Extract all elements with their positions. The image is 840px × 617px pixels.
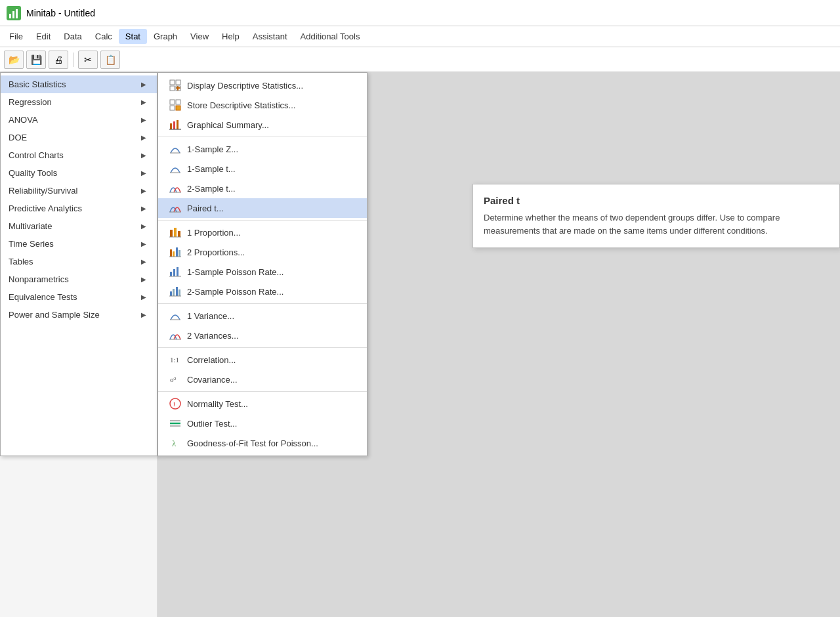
cut-button[interactable]: ✂ xyxy=(78,51,98,69)
svg-rect-36 xyxy=(173,289,175,296)
svg-point-44 xyxy=(170,398,180,409)
submenu-paired-t[interactable]: Paired t... xyxy=(158,198,367,218)
covariance-icon: σ² xyxy=(169,373,182,386)
stat-menu-control-charts[interactable]: Control Charts ▶ xyxy=(1,146,157,164)
svg-rect-1 xyxy=(9,14,11,18)
arrow-icon: ▶ xyxy=(141,116,146,123)
submenu-correlation[interactable]: 1:1 Correlation... xyxy=(158,350,367,370)
2-proportions-icon xyxy=(169,245,182,259)
submenu-display-descriptive[interactable]: Display Descriptive Statistics... xyxy=(158,75,367,95)
basic-statistics-submenu: Display Descriptive Statistics... Store … xyxy=(158,72,368,456)
menu-help[interactable]: Help xyxy=(215,29,246,44)
submenu-outlier-test[interactable]: Outlier Test... xyxy=(158,414,367,433)
menu-file[interactable]: File xyxy=(3,29,30,44)
toolbar-separator xyxy=(73,53,74,67)
print-button[interactable]: 🖨 xyxy=(49,51,68,69)
1-sample-t-icon xyxy=(169,162,182,175)
menu-assistant[interactable]: Assistant xyxy=(246,29,294,44)
normality-test-icon: ! xyxy=(169,397,182,410)
stat-menu-predictive-analytics[interactable]: Predictive Analytics ▶ xyxy=(1,200,157,217)
submenu-separator xyxy=(158,137,367,137)
submenu-1-variance[interactable]: 1 Variance... xyxy=(158,306,367,326)
stat-menu-multivariate[interactable]: Multivariate ▶ xyxy=(1,217,157,235)
submenu-store-descriptive[interactable]: Store Descriptive Statistics... xyxy=(158,95,367,115)
tooltip-title: Paired t xyxy=(484,195,829,206)
paste-button[interactable]: 📋 xyxy=(100,51,120,69)
stat-menu-quality-tools[interactable]: Quality Tools ▶ xyxy=(1,164,157,182)
stat-menu-equivalence-tests[interactable]: Equivalence Tests ▶ xyxy=(1,288,157,306)
svg-rect-23 xyxy=(174,228,177,237)
submenu-graphical-summary[interactable]: Graphical Summary... xyxy=(158,115,367,135)
arrow-icon: ▶ xyxy=(141,134,146,141)
stat-menu-anova[interactable]: ANOVA ▶ xyxy=(1,111,157,129)
submenu-2-sample-poisson[interactable]: 2-Sample Poisson Rate... xyxy=(158,282,367,301)
paired-t-icon xyxy=(169,202,182,215)
svg-rect-33 xyxy=(177,267,178,276)
svg-text:1:1: 1:1 xyxy=(170,356,179,364)
app-logo xyxy=(7,6,21,20)
stat-menu-nonparametrics[interactable]: Nonparametrics ▶ xyxy=(1,270,157,288)
submenu-separator-5 xyxy=(158,391,367,392)
arrow-icon: ▶ xyxy=(141,205,146,212)
arrow-icon: ▶ xyxy=(141,81,146,88)
arrow-icon: ▶ xyxy=(141,293,146,301)
title-bar-text: Minitab - Untitled xyxy=(26,8,95,18)
submenu-normality-test[interactable]: ! Normality Test... xyxy=(158,394,367,414)
submenu-1-sample-t[interactable]: 1-Sample t... xyxy=(158,159,367,179)
correlation-icon: 1:1 xyxy=(169,353,182,366)
menu-view[interactable]: View xyxy=(184,29,215,44)
submenu-2-variances[interactable]: 2 Variances... xyxy=(158,326,367,345)
submenu-1-proportion[interactable]: 1 Proportion... xyxy=(158,223,367,242)
submenu-goodness-of-fit[interactable]: λ Goodness-of-Fit Test for Poisson... xyxy=(158,433,367,453)
menu-stat[interactable]: Stat xyxy=(119,29,147,44)
tooltip-popup: Paired t Determine whether the means of … xyxy=(472,184,840,248)
menu-graph[interactable]: Graph xyxy=(147,29,184,44)
svg-text:!: ! xyxy=(173,401,175,408)
menu-calc[interactable]: Calc xyxy=(89,29,119,44)
stat-menu-tables[interactable]: Tables ▶ xyxy=(1,253,157,270)
stat-menu-reliability-survival[interactable]: Reliability/Survival ▶ xyxy=(1,182,157,200)
menu-edit[interactable]: Edit xyxy=(30,29,57,44)
svg-rect-4 xyxy=(170,80,175,85)
svg-text:σ²: σ² xyxy=(170,375,177,383)
tooltip-text: Determine whether the means of two depen… xyxy=(484,211,829,237)
submenu-2-sample-t[interactable]: 2-Sample t... xyxy=(158,179,367,198)
arrow-icon: ▶ xyxy=(141,223,146,230)
stat-menu-doe[interactable]: DOE ▶ xyxy=(1,129,157,146)
stat-menu-power-sample-size[interactable]: Power and Sample Size ▶ xyxy=(1,306,157,324)
2-sample-poisson-icon xyxy=(169,285,182,298)
arrow-icon: ▶ xyxy=(141,98,146,106)
stat-menu-regression[interactable]: Regression ▶ xyxy=(1,93,157,111)
svg-rect-35 xyxy=(170,291,172,296)
arrow-icon: ▶ xyxy=(141,187,146,194)
svg-rect-13 xyxy=(176,106,180,110)
arrow-icon: ▶ xyxy=(141,240,146,247)
svg-rect-26 xyxy=(170,249,172,257)
submenu-2-proportions[interactable]: 2 Proportions... xyxy=(158,242,367,262)
stat-menu: Basic Statistics ▶ Regression ▶ ANOVA ▶ … xyxy=(0,72,158,456)
stat-menu-basic-statistics[interactable]: Basic Statistics ▶ xyxy=(1,75,157,93)
svg-rect-15 xyxy=(173,121,175,129)
submenu-covariance[interactable]: σ² Covariance... xyxy=(158,370,367,389)
menu-bar: File Edit Data Calc Stat Graph View Help… xyxy=(0,26,840,47)
submenu-separator-3 xyxy=(158,303,367,304)
svg-rect-5 xyxy=(176,80,180,85)
arrow-icon: ▶ xyxy=(141,258,146,265)
arrow-icon: ▶ xyxy=(141,311,146,318)
arrow-icon: ▶ xyxy=(141,169,146,177)
stat-menu-time-series[interactable]: Time Series ▶ xyxy=(1,235,157,253)
open-button[interactable]: 📂 xyxy=(4,51,24,69)
svg-rect-16 xyxy=(177,120,178,129)
submenu-1-sample-poisson[interactable]: 1-Sample Poisson Rate... xyxy=(158,262,367,282)
store-stats-icon xyxy=(169,98,182,112)
menu-data[interactable]: Data xyxy=(57,29,88,44)
2-sample-t-icon xyxy=(169,182,182,195)
menu-additional-tools[interactable]: Additional Tools xyxy=(294,29,367,44)
save-button[interactable]: 💾 xyxy=(26,51,46,69)
svg-rect-3 xyxy=(16,9,18,18)
svg-rect-24 xyxy=(178,231,180,237)
svg-rect-14 xyxy=(170,123,172,129)
svg-rect-29 xyxy=(178,250,180,257)
svg-rect-27 xyxy=(173,251,175,257)
submenu-1-sample-z[interactable]: 1-Sample Z... xyxy=(158,139,367,159)
